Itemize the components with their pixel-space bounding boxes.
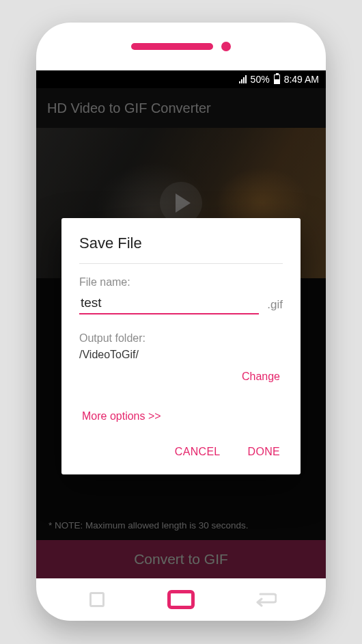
dialog-title: Save File [79, 234, 283, 252]
screen: 50% 8:49 AM HD Video to GIF Converter * … [36, 70, 326, 578]
dialog-scrim[interactable]: Save File File name: .gif Output folder:… [36, 88, 326, 578]
phone-nav-bar [36, 578, 326, 621]
save-file-dialog: Save File File name: .gif Output folder:… [61, 218, 301, 474]
signal-icon [239, 75, 247, 83]
output-folder-path: /VideoToGif/ [79, 349, 283, 361]
divider [79, 263, 283, 264]
phone-frame: 50% 8:49 AM HD Video to GIF Converter * … [36, 23, 326, 621]
front-camera [221, 42, 231, 51]
back-nav-icon[interactable] [251, 590, 279, 609]
filename-input[interactable] [79, 293, 259, 314]
battery-icon [274, 75, 280, 84]
status-time: 8:49 AM [284, 74, 319, 85]
speaker-grill [131, 43, 213, 50]
phone-bezel-top [36, 23, 326, 70]
done-button[interactable]: DONE [245, 439, 283, 465]
recents-nav-icon[interactable] [83, 590, 111, 609]
output-folder-label: Output folder: [79, 332, 283, 345]
filename-extension: .gif [267, 298, 283, 314]
status-bar: 50% 8:49 AM [36, 70, 326, 88]
cancel-button[interactable]: CANCEL [172, 439, 223, 465]
battery-percent: 50% [251, 74, 270, 85]
change-folder-button[interactable]: Change [239, 366, 283, 387]
home-nav-icon[interactable] [167, 590, 195, 609]
more-options-button[interactable]: More options >> [79, 406, 164, 427]
filename-label: File name: [79, 276, 283, 289]
